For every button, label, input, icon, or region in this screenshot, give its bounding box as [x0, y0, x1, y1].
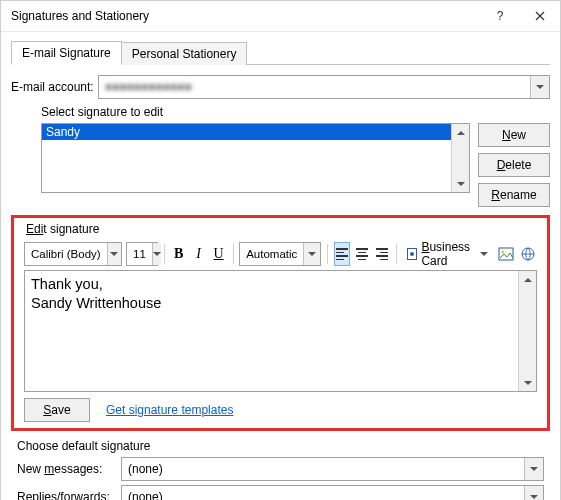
signature-listbox[interactable]: Sandy [41, 123, 470, 193]
new-button[interactable]: New [478, 123, 550, 147]
align-left-button[interactable] [334, 242, 350, 266]
underline-icon: U [214, 246, 224, 262]
chevron-down-icon [107, 243, 121, 265]
scroll-up-icon[interactable] [452, 124, 469, 141]
font-color-combo[interactable]: Automatic [239, 242, 321, 266]
get-templates-link[interactable]: Get signature templates [106, 403, 233, 417]
signature-editor[interactable]: Thank you, Sandy Writtenhouse [25, 271, 518, 391]
scroll-down-icon[interactable] [519, 374, 536, 391]
align-left-icon [336, 248, 348, 260]
insert-picture-button[interactable] [497, 242, 515, 266]
business-card-label: Business Card [421, 240, 474, 268]
scroll-down-icon[interactable] [452, 175, 469, 192]
align-right-button[interactable] [374, 242, 390, 266]
signature-editor-wrap: Thank you, Sandy Writtenhouse [24, 270, 537, 392]
signature-list-inner: Sandy [42, 124, 451, 192]
replies-forwards-row: Replies/forwards: (none) [17, 485, 544, 500]
align-center-button[interactable] [354, 242, 370, 266]
tab-strip: E-mail Signature Personal Stationery [11, 40, 550, 65]
separator [164, 244, 165, 264]
bold-button[interactable]: B [171, 242, 187, 266]
close-button[interactable] [520, 1, 560, 31]
tab-label: Personal Stationery [132, 47, 237, 61]
scrollbar-vertical[interactable] [518, 271, 536, 391]
edit-signature-group: Edit signature Calibri (Body) 11 B I U A… [11, 215, 550, 431]
tab-label: E-mail Signature [22, 46, 111, 60]
editor-toolbar: Calibri (Body) 11 B I U Automatic [20, 240, 541, 268]
scroll-up-icon[interactable] [519, 271, 536, 288]
help-button[interactable]: ? [480, 1, 520, 31]
separator [396, 244, 397, 264]
rename-button[interactable]: Rename [478, 183, 550, 207]
font-color-value: Automatic [240, 248, 303, 260]
chevron-down-icon [480, 252, 488, 256]
chevron-down-icon [524, 486, 543, 500]
email-account-value: ■■■■■■■■■■■■ [99, 80, 530, 94]
new-messages-label: New messages: [17, 462, 117, 476]
insert-hyperlink-button[interactable] [519, 242, 537, 266]
dialog-content: E-mail Signature Personal Stationery E-m… [1, 32, 560, 500]
scrollbar-vertical[interactable] [451, 124, 469, 192]
new-messages-value: (none) [122, 462, 524, 476]
email-account-row: E-mail account: ■■■■■■■■■■■■ [11, 75, 550, 99]
edit-signature-title: Edit signature [26, 222, 541, 236]
close-icon [535, 11, 545, 21]
default-signature-group: Choose default signature New messages: (… [11, 437, 550, 500]
replies-forwards-value: (none) [122, 490, 524, 500]
link-icon [520, 246, 536, 262]
defaults-title: Choose default signature [17, 439, 544, 453]
chevron-down-icon [524, 458, 543, 480]
underline-button[interactable]: U [211, 242, 227, 266]
window-title: Signatures and Stationery [11, 9, 480, 23]
separator [233, 244, 234, 264]
new-messages-row: New messages: (none) [17, 457, 544, 481]
align-center-icon [356, 248, 368, 260]
font-size-combo[interactable]: 11 [126, 242, 158, 266]
tab-email-signature[interactable]: E-mail Signature [11, 41, 122, 65]
signature-item[interactable]: Sandy [42, 124, 451, 140]
bold-icon: B [174, 246, 183, 262]
signature-action-buttons: New Delete Rename [478, 123, 550, 207]
align-right-icon [376, 248, 388, 260]
italic-icon: I [196, 246, 201, 262]
svg-point-1 [502, 251, 505, 254]
select-signature-label: Select signature to edit [41, 105, 550, 119]
font-size-value: 11 [127, 248, 152, 260]
tab-personal-stationery[interactable]: Personal Stationery [121, 42, 248, 65]
new-messages-combo[interactable]: (none) [121, 457, 544, 481]
signatures-dialog: Signatures and Stationery ? E-mail Signa… [0, 0, 561, 500]
email-account-label: E-mail account: [11, 80, 94, 94]
replies-forwards-combo[interactable]: (none) [121, 485, 544, 500]
delete-button[interactable]: Delete [478, 153, 550, 177]
signature-list-area: Sandy New Delete Rename [41, 123, 550, 207]
titlebar: Signatures and Stationery ? [1, 1, 560, 32]
separator [327, 244, 328, 264]
chevron-down-icon [303, 243, 320, 265]
font-family-combo[interactable]: Calibri (Body) [24, 242, 122, 266]
business-card-icon [407, 248, 417, 260]
picture-icon [498, 246, 514, 262]
business-card-button[interactable]: Business Card [402, 242, 493, 266]
save-button[interactable]: Save [24, 398, 90, 422]
save-row: Save Get signature templates [24, 398, 537, 422]
replies-forwards-label: Replies/forwards: [17, 490, 117, 500]
email-account-combo[interactable]: ■■■■■■■■■■■■ [98, 75, 550, 99]
chevron-down-icon [152, 243, 161, 265]
italic-button[interactable]: I [191, 242, 207, 266]
font-family-value: Calibri (Body) [25, 248, 107, 260]
chevron-down-icon [530, 76, 549, 98]
